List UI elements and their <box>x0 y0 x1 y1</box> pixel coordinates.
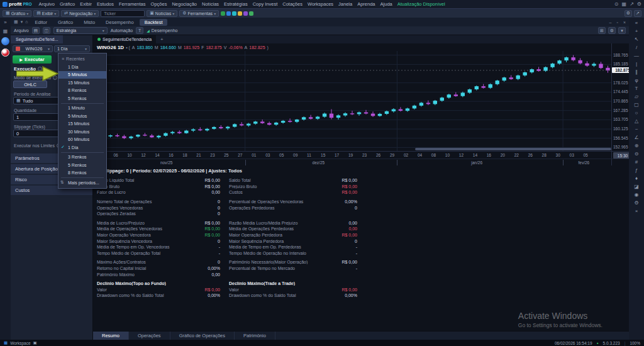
quick-app-icon-4[interactable] <box>243 11 248 16</box>
trendline-icon[interactable]: / <box>632 44 641 51</box>
home-icon[interactable]: ⌂ <box>24 20 29 25</box>
period-option-1-minuto[interactable]: 1 Minuto <box>58 104 106 113</box>
window-tab-misto[interactable]: Misto <box>79 19 100 26</box>
strategy-panel-tab[interactable]: SeguimentoDeTend... <box>11 35 63 43</box>
close-icon[interactable]: × <box>622 20 627 25</box>
maximize-icon[interactable]: ▫ <box>615 20 619 25</box>
new-tab-button[interactable]: + <box>157 35 166 43</box>
indicator-icon[interactable]: ƒ <box>632 167 641 174</box>
window-menu-icon[interactable]: ▦ <box>13 20 19 25</box>
period-option-mais-peri-odos[interactable]: ⇅Mais períodos... <box>58 179 106 187</box>
ticker-input[interactable]: Ticker <box>101 10 145 17</box>
app-badge-blue[interactable] <box>1 37 9 45</box>
menu-item-opc-o-es[interactable]: Opções <box>148 1 170 7</box>
expand-icon[interactable]: ↗ <box>630 1 634 7</box>
triangle-icon[interactable]: △ <box>632 118 641 125</box>
search-icon[interactable]: ⊙ <box>614 1 619 7</box>
strategy-select[interactable]: Estratégia ▾ <box>53 27 108 34</box>
period-option-5-renkos[interactable]: 5 Renkos <box>58 94 106 103</box>
quick-app-icon-0[interactable] <box>221 11 225 16</box>
period-option-1-dia[interactable]: ✓1 Dia <box>58 143 106 152</box>
time-axis-months[interactable]: nov/25dez/25jan/26fev/26 <box>93 159 634 165</box>
fibonacci-icon[interactable]: φ <box>632 77 641 84</box>
period-option-15-minutos[interactable]: 15 Minutos <box>58 79 106 87</box>
chart-tab-seguimentodetendencia[interactable]: SeguimentoDeTendencia <box>93 35 156 43</box>
chart-area[interactable]: WING26 1D• (A183.860M184.660M181.925F182… <box>93 43 634 165</box>
wave-icon[interactable]: ~ <box>632 126 641 133</box>
menu-item-noti-cias[interactable]: Notícias <box>199 1 221 7</box>
period-option-1-dia[interactable]: 1 Dia <box>58 63 106 71</box>
quick-app-icon-5[interactable] <box>249 11 253 16</box>
menu-item-copy-invest[interactable]: Copy Invest <box>250 1 280 7</box>
quick-app-icon-2[interactable] <box>232 11 236 16</box>
menu-item-estudos[interactable]: Estudos <box>94 1 116 7</box>
period-option-8-renkos[interactable]: 8 Renkos <box>58 87 106 95</box>
workspace-icon[interactable]: ▦ <box>4 340 8 345</box>
toolbar-group-noti-cias[interactable]: ▣Notícias▾ <box>147 10 177 17</box>
window-tab-backtest[interactable]: Backtest <box>140 19 168 26</box>
results-tab-patrimo-nio[interactable]: Patrimônio <box>235 332 275 340</box>
quick-app-icon-3[interactable] <box>238 11 242 16</box>
eraser-icon[interactable]: ◪ <box>632 183 641 190</box>
grid-icon[interactable]: ⊞ <box>598 27 606 34</box>
settings-icon[interactable]: ⚙ <box>608 27 616 34</box>
period-option-8-renkos[interactable]: 8 Renkos <box>58 169 106 177</box>
settings-icon[interactable]: ⚙ <box>632 199 641 206</box>
window-tab-desempenho[interactable]: Desempenho <box>101 19 139 26</box>
cursor-icon[interactable]: ↖ <box>632 36 641 43</box>
menu-item-exibir[interactable]: Exibir <box>77 1 94 7</box>
horizontal-line-icon[interactable]: — <box>632 52 641 59</box>
channel-icon[interactable]: ∥ <box>632 69 641 75</box>
toolbar-group-negociac-a-o[interactable]: ⇄Negociação▾ <box>61 10 99 17</box>
period-option-60-minutos[interactable]: 60 Minutos <box>58 136 106 144</box>
settings-icon[interactable]: ⚙ <box>637 1 641 7</box>
menu-item-ferramentas[interactable]: Ferramentas <box>116 1 148 7</box>
zoom-level[interactable]: 100% <box>630 341 640 345</box>
crosshair-icon[interactable]: + <box>632 28 641 35</box>
settings-icon[interactable]: ⚙ <box>625 10 632 17</box>
quick-app-icon-1[interactable] <box>226 11 231 16</box>
period-option-5-minutos[interactable]: 5 Minutos <box>58 112 106 120</box>
collapse-panel-icon[interactable]: « <box>632 20 641 26</box>
menu-item-aprenda[interactable]: Aprenda <box>355 1 377 7</box>
toolbar-group-gra-fico[interactable]: ▦Gráfico▾ <box>3 10 31 17</box>
vertical-line-icon[interactable]: | <box>632 60 641 67</box>
toolbar-group-ferramentas[interactable]: ⚙Ferramentas▾ <box>179 10 219 17</box>
zoom-out-icon[interactable]: ⊖ <box>632 150 641 157</box>
window-icon[interactable]: ▣ <box>33 340 37 345</box>
file-menu[interactable]: Arquivo <box>14 28 29 33</box>
menu-item-arquivo[interactable]: Arquivo <box>36 1 57 7</box>
zoom-in-icon[interactable]: ⊕ <box>632 142 641 149</box>
alert-icon[interactable]: ♦ <box>632 175 641 182</box>
layout-icon[interactable]: ▤ <box>32 27 40 34</box>
menu-item-cotac-o-es[interactable]: Cotações <box>280 1 305 7</box>
toolbar-group-exibir[interactable]: ▤Exibir▾ <box>33 10 59 17</box>
period-option-15-minutos[interactable]: 15 Minutos <box>58 120 106 128</box>
period-option-5-renkos[interactable]: 5 Renkos <box>58 161 106 169</box>
text-icon[interactable]: T <box>632 85 641 92</box>
grid-icon[interactable]: # <box>632 159 641 165</box>
menu-item-estrate-gias[interactable]: Estratégias <box>221 1 250 7</box>
layout-grid-icon[interactable]: ▦ <box>622 1 627 7</box>
automation-toggle[interactable]: T <box>136 27 143 34</box>
period-option-5-minutos[interactable]: 5 Minutos <box>58 71 106 79</box>
symbol-select[interactable]: WING26 ▾ <box>13 45 53 52</box>
polygon-icon[interactable]: ▱ <box>632 93 641 100</box>
expand-strip-icon[interactable]: » <box>4 20 6 25</box>
trash-icon[interactable]: × <box>632 208 641 215</box>
menu-item-negociac-a-o[interactable]: Negociação <box>169 1 199 7</box>
chevron-down-icon[interactable]: ▾ <box>19 20 25 25</box>
period-option-30-minutos[interactable]: 30 Minutos <box>58 128 106 136</box>
expand-icon[interactable]: ↗ <box>634 10 641 17</box>
minimize-icon[interactable]: – <box>608 20 613 25</box>
menu-item-gra-fico[interactable]: Gráfico <box>57 1 77 7</box>
chart-scrollbar[interactable] <box>415 148 611 150</box>
menu-item-ajuda[interactable]: Ajuda <box>378 1 395 7</box>
time-axis-days[interactable]: 0406101214161821232527010305091115171923… <box>93 151 634 159</box>
menu-item-workspaces[interactable]: Workspaces <box>305 1 336 7</box>
menu-item-atualizac-a-o-disponi-vel[interactable]: Atualização Disponível <box>395 1 448 7</box>
ruler-icon[interactable]: ∠ <box>632 134 641 141</box>
results-tab-gra-fico-de-operac-o-es[interactable]: Gráfico de Operações <box>170 332 235 340</box>
period-select[interactable]: 1 Dia ▾ <box>54 45 90 52</box>
period-option-3-renkos[interactable]: 3 Renkos <box>58 153 106 162</box>
